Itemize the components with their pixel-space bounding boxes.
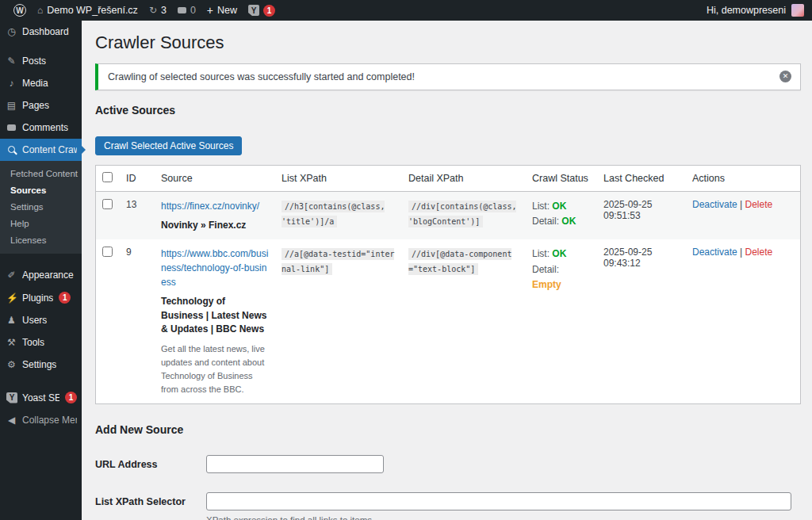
- yoast-seo-badge: 1: [65, 392, 77, 403]
- status-detail-value: OK: [561, 216, 576, 227]
- deactivate-link[interactable]: Deactivate: [692, 247, 737, 258]
- source-description: Get all the latest news, live updates an…: [161, 342, 269, 396]
- status-detail-label: Detail:: [532, 216, 559, 227]
- table-row: 13 https://finex.cz/novinky/ Novinky » F…: [96, 192, 800, 240]
- main-content: Crawler Sources Crawling of selected sou…: [82, 21, 812, 520]
- wrench-icon: ⚒: [6, 337, 17, 348]
- content-crawler-submenu: Fetched Content Sources Settings Help Li…: [0, 161, 82, 254]
- dashboard-icon: ◷: [6, 26, 17, 37]
- list-xpath-code: //h3[contains(@class, 'title')]/a: [282, 201, 385, 228]
- submenu-item-fetched-content[interactable]: Fetched Content: [0, 165, 82, 182]
- submenu-item-help[interactable]: Help: [0, 215, 82, 231]
- add-new-source-heading: Add New Source: [95, 423, 801, 436]
- user-greeting[interactable]: Hi, demowpreseni: [707, 5, 786, 16]
- row-checkbox[interactable]: [102, 247, 113, 257]
- col-header-last-checked: Last Checked: [597, 166, 686, 192]
- wordpress-logo-menu[interactable]: W: [8, 0, 32, 21]
- wordpress-logo-icon: W: [13, 4, 26, 17]
- comments-icon: [178, 7, 186, 13]
- collapse-arrow-icon: ◀: [6, 415, 17, 426]
- yoast-menu[interactable]: Y 1: [243, 0, 281, 21]
- status-list-label: List:: [532, 201, 550, 212]
- avatar[interactable]: [791, 4, 804, 17]
- url-address-input[interactable]: [206, 455, 384, 473]
- delete-link[interactable]: Delete: [745, 247, 773, 258]
- status-detail-label: Detail:: [532, 264, 559, 275]
- select-all-checkbox[interactable]: [102, 172, 113, 182]
- submenu-item-sources[interactable]: Sources: [0, 182, 82, 198]
- page-title: Crawler Sources: [95, 32, 801, 53]
- row-checkbox[interactable]: [102, 199, 113, 209]
- detail-xpath-code: //div[contains(@class, 'blogContent')]: [408, 201, 516, 228]
- gear-icon: ⚙: [6, 359, 17, 370]
- sidebar-item-dashboard[interactable]: ◷ Dashboard: [0, 21, 82, 43]
- list-xpath-input[interactable]: [206, 492, 791, 510]
- source-title: Novinky » Finex.cz: [161, 219, 269, 232]
- col-header-source: Source: [155, 166, 275, 192]
- plugin-icon: ⚡: [6, 292, 17, 304]
- success-notice: Crawling of selected sources was success…: [95, 63, 801, 90]
- sidebar-item-posts[interactable]: ✎ Posts: [0, 50, 82, 72]
- sidebar-item-yoast-seo[interactable]: Y Yoast SEO 1: [0, 386, 82, 409]
- yoast-icon: Y: [6, 392, 17, 403]
- source-url-link[interactable]: https://www.bbc.com/business/technology-…: [161, 247, 269, 289]
- delete-link[interactable]: Delete: [745, 199, 773, 210]
- sidebar-item-comments[interactable]: Comments: [0, 117, 82, 139]
- comments-count: 0: [190, 5, 196, 16]
- pin-icon: ✎: [6, 55, 17, 67]
- sources-table: ID Source List XPath Detail XPath Crawl …: [96, 166, 800, 403]
- submenu-item-settings[interactable]: Settings: [0, 198, 82, 215]
- status-list-value: OK: [552, 248, 566, 259]
- updates-icon: ↻: [149, 6, 157, 15]
- status-list-value: OK: [552, 201, 566, 212]
- col-header-detail-xpath: Detail XPath: [402, 166, 526, 192]
- yoast-icon: Y: [248, 5, 259, 16]
- active-sources-heading: Active Sources: [95, 104, 801, 117]
- updates-count: 3: [161, 5, 167, 16]
- last-checked-value: 2025-09-25 09:43:12: [597, 239, 686, 403]
- site-name: Demo WP_řešení.cz: [47, 5, 138, 16]
- submenu-item-licenses[interactable]: Licenses: [0, 231, 82, 248]
- sidebar-item-media[interactable]: ♪ Media: [0, 72, 82, 94]
- list-xpath-code: //a[@data-testid="internal-link"]: [282, 248, 394, 275]
- sidebar-item-appearance[interactable]: ✐ Appearance: [0, 264, 82, 286]
- sidebar-item-content-crawler[interactable]: Content Crawler: [0, 139, 82, 161]
- row-id: 9: [120, 239, 155, 403]
- sources-table-card: ID Source List XPath Detail XPath Crawl …: [95, 165, 801, 404]
- comments-menu[interactable]: 0: [172, 0, 201, 21]
- updates-menu[interactable]: ↻ 3: [144, 0, 172, 21]
- media-icon: ♪: [6, 78, 17, 89]
- detail-xpath-code: //div[@data-component="text-block"]: [408, 248, 511, 275]
- dismiss-notice-button[interactable]: ✕: [779, 71, 791, 82]
- deactivate-link[interactable]: Deactivate: [692, 199, 737, 210]
- url-address-label: URL Address: [95, 455, 206, 470]
- crawl-selected-button[interactable]: Crawl Selected Active Sources: [95, 136, 242, 155]
- sidebar-item-collapse-menu[interactable]: ◀ Collapse Menu: [0, 409, 82, 431]
- notice-text: Crawling of selected sources was success…: [108, 71, 415, 82]
- list-xpath-help: XPath expression to find all links to it…: [206, 515, 791, 520]
- admin-bar: W ⌂ Demo WP_řešení.cz ↻ 3 0 + New Y 1 Hi…: [0, 0, 812, 21]
- user-icon: ♟: [6, 315, 17, 326]
- sidebar-item-plugins[interactable]: ⚡ Plugins 1: [0, 286, 82, 309]
- status-list-label: List:: [532, 248, 550, 259]
- col-header-list-xpath: List XPath: [275, 166, 402, 192]
- plus-icon: +: [207, 5, 213, 16]
- source-title: Technology of Business | Latest News & U…: [161, 295, 269, 336]
- add-new-source-form: Add New Source URL Address List XPath Se…: [95, 422, 801, 520]
- sidebar-item-pages[interactable]: ▤ Pages: [0, 94, 82, 117]
- table-header-row: ID Source List XPath Detail XPath Crawl …: [96, 166, 800, 192]
- admin-sidebar: ◷ Dashboard ✎ Posts ♪ Media ▤ Pages Comm…: [0, 21, 82, 520]
- sidebar-item-users[interactable]: ♟ Users: [0, 309, 82, 331]
- last-checked-value: 2025-09-25 09:51:53: [597, 192, 686, 240]
- new-label: New: [217, 5, 237, 16]
- col-header-crawl-status: Crawl Status: [526, 166, 597, 192]
- site-name-menu[interactable]: ⌂ Demo WP_řešení.cz: [32, 0, 144, 21]
- source-url-link[interactable]: https://finex.cz/novinky/: [161, 199, 269, 213]
- yoast-notification-badge: 1: [263, 5, 275, 17]
- row-id: 13: [120, 192, 155, 240]
- new-content-menu[interactable]: + New: [201, 0, 243, 21]
- sidebar-item-settings[interactable]: ⚙ Settings: [0, 354, 82, 376]
- col-header-actions: Actions: [686, 166, 800, 192]
- sidebar-item-tools[interactable]: ⚒ Tools: [0, 331, 82, 354]
- table-row: 9 https://www.bbc.com/business/technolog…: [96, 239, 800, 403]
